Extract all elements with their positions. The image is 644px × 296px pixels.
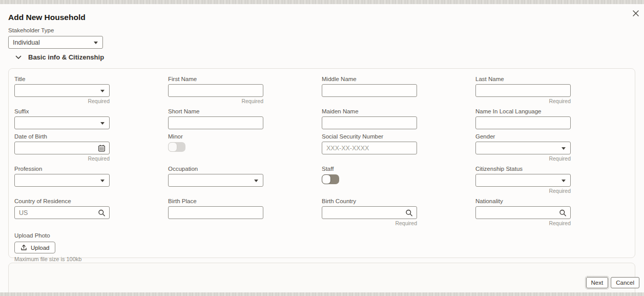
first-name-input[interactable]: [169, 85, 263, 96]
section-title: Basic info & Citizenship: [28, 53, 104, 61]
required-hint: Required: [475, 155, 571, 162]
field-label: Staff: [322, 166, 417, 172]
nationality-input[interactable]: [476, 207, 570, 219]
field-label: Citizenship Status: [475, 166, 571, 172]
field-date-of-birth: Date of Birth Required: [14, 133, 110, 162]
field-nationality: Nationality Required: [475, 198, 571, 226]
field-label: Profession: [14, 166, 110, 172]
field-minor: Minor: [168, 133, 263, 162]
date-of-birth-input[interactable]: [15, 142, 109, 154]
field-middle-name: Middle Name: [322, 76, 417, 104]
citizenship-status-select[interactable]: [475, 174, 571, 187]
field-label: Maiden Name: [322, 108, 417, 115]
field-label: Short Name: [168, 108, 263, 115]
field-label: Title: [14, 76, 110, 83]
section-basic-info-citizenship[interactable]: Basic info & Citizenship: [15, 53, 104, 61]
caret-down-icon: [562, 180, 566, 182]
field-citizenship-status: Citizenship Status Required: [475, 166, 571, 194]
field-label: Social Security Number: [322, 133, 417, 140]
middle-name-input[interactable]: [322, 85, 417, 96]
caret-down-icon: [254, 180, 258, 182]
upload-hint: Maximum file size is 100kb: [14, 256, 635, 262]
upload-icon: [20, 244, 27, 251]
stakeholder-type-select[interactable]: [8, 36, 103, 49]
caret-down-icon: [100, 90, 105, 92]
required-hint: Required: [14, 155, 110, 162]
field-occupation: Occupation: [168, 166, 263, 194]
page-title: Add New Household: [8, 13, 86, 22]
short-name-input[interactable]: [169, 117, 263, 129]
toggle-knob: [168, 142, 177, 152]
caret-down-icon: [100, 122, 105, 125]
field-label: First Name: [168, 76, 263, 83]
field-short-name: Short Name: [168, 108, 263, 129]
title-select[interactable]: [14, 84, 110, 97]
upload-button-label: Upload: [31, 245, 49, 251]
ssn-input[interactable]: [322, 142, 417, 154]
close-icon[interactable]: [631, 9, 640, 18]
caret-down-icon: [94, 42, 98, 44]
calendar-icon[interactable]: [98, 144, 106, 152]
required-hint: Required: [322, 220, 417, 226]
last-name-input[interactable]: [476, 85, 570, 96]
caret-down-icon: [562, 147, 566, 150]
search-icon[interactable]: [405, 209, 413, 216]
next-section-panel: [8, 263, 635, 296]
footer-actions: Next Cancel: [586, 277, 639, 288]
field-label: Nationality: [475, 198, 571, 205]
field-label: Occupation: [168, 166, 263, 172]
required-hint: Required: [475, 98, 571, 104]
field-label: Date of Birth: [14, 133, 110, 140]
required-hint: Required: [168, 98, 263, 104]
upload-button[interactable]: Upload: [14, 242, 55, 253]
field-label: Country of Residence: [14, 198, 110, 205]
field-maiden-name: Maiden Name: [322, 108, 417, 129]
chevron-down-icon: [15, 55, 22, 60]
staff-toggle[interactable]: [322, 174, 339, 184]
field-label: Minor: [168, 133, 263, 140]
field-birth-country: Birth Country Required: [322, 198, 417, 226]
field-last-name: Last Name Required: [475, 76, 571, 104]
background-texture-top: [0, 0, 644, 4]
field-label: Birth Place: [168, 198, 263, 205]
toggle-knob: [322, 174, 331, 184]
field-label: Middle Name: [322, 76, 417, 83]
upload-photo-label: Upload Photo: [14, 232, 635, 239]
field-suffix: Suffix: [14, 108, 110, 129]
field-label: Gender: [475, 133, 571, 140]
profession-select[interactable]: [14, 174, 110, 187]
next-button[interactable]: Next: [586, 277, 609, 288]
field-profession: Profession: [14, 166, 110, 194]
stakeholder-type-value[interactable]: [9, 36, 102, 48]
background-texture-bottom: [0, 292, 644, 296]
field-first-name: First Name Required: [168, 76, 263, 104]
caret-down-icon: [100, 180, 105, 182]
stakeholder-type-label: Stakeholder Type: [8, 27, 54, 34]
minor-toggle: [168, 142, 185, 152]
search-icon[interactable]: [98, 209, 106, 216]
field-label: Last Name: [475, 76, 571, 83]
birth-country-input[interactable]: [322, 207, 417, 219]
field-birth-place: Birth Place: [168, 198, 263, 226]
required-hint: Required: [475, 188, 571, 194]
occupation-select[interactable]: [168, 174, 263, 187]
country-of-residence-input[interactable]: [15, 207, 109, 219]
basic-info-panel: Title Required First Name Required Middl…: [8, 68, 635, 258]
gender-select[interactable]: [475, 142, 571, 154]
suffix-select[interactable]: [14, 116, 110, 129]
field-label: Birth Country: [322, 198, 417, 205]
field-gender: Gender Required: [475, 133, 571, 162]
birth-place-input[interactable]: [169, 207, 263, 219]
field-name-in-local-language: Name In Local Language: [475, 108, 571, 129]
search-icon[interactable]: [559, 209, 567, 216]
required-hint: Required: [475, 220, 571, 226]
cancel-button[interactable]: Cancel: [611, 277, 639, 288]
field-label: Name In Local Language: [475, 108, 571, 115]
field-country-of-residence: Country of Residence: [14, 198, 110, 226]
field-ssn: Social Security Number: [322, 133, 417, 162]
maiden-name-input[interactable]: [322, 117, 417, 129]
name-in-local-language-input[interactable]: [476, 117, 570, 129]
field-staff: Staff: [322, 166, 417, 194]
field-title: Title Required: [14, 76, 110, 104]
field-label: Suffix: [14, 108, 110, 115]
